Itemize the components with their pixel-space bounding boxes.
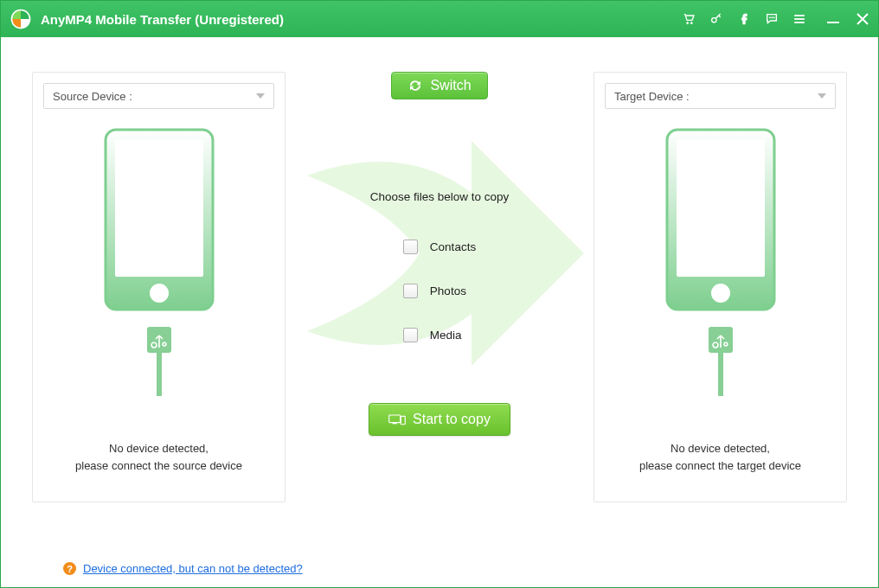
svg-rect-23 xyxy=(718,353,723,396)
svg-rect-18 xyxy=(401,416,405,424)
svg-rect-10 xyxy=(827,22,839,23)
photos-checkbox[interactable]: Photos xyxy=(403,284,476,298)
source-device-select[interactable]: Source Device : xyxy=(43,83,274,109)
phone-icon xyxy=(664,128,778,311)
svg-rect-15 xyxy=(157,353,162,396)
svg-rect-16 xyxy=(389,415,401,423)
checkbox-label: Media xyxy=(430,329,462,342)
minimize-button[interactable] xyxy=(826,12,840,26)
help-icon: ? xyxy=(63,562,76,575)
app-window: AnyMP4 Mobile Transfer (Unregistered) xyxy=(0,0,879,588)
phone-icon xyxy=(102,128,216,311)
svg-point-2 xyxy=(690,22,692,24)
app-logo-icon xyxy=(10,8,32,30)
target-device-select[interactable]: Target Device : xyxy=(605,83,836,109)
target-status-message: No device detected, please connect the t… xyxy=(639,440,801,491)
window-title: AnyMP4 Mobile Transfer (Unregistered) xyxy=(41,12,284,27)
source-device-panel: Source Device : xyxy=(32,72,286,502)
chevron-down-icon xyxy=(818,93,826,99)
choose-files-label: Choose files below to copy xyxy=(370,190,510,203)
titlebar-icon-group xyxy=(681,11,807,27)
start-copy-label: Start to copy xyxy=(413,412,491,427)
middle-column: Switch Choose files below to copy Contac… xyxy=(314,72,565,436)
refresh-icon xyxy=(407,78,423,93)
svg-rect-12 xyxy=(115,140,203,277)
source-status-message: No device detected, please connect the s… xyxy=(75,440,242,491)
content-area: Source Device : xyxy=(1,37,878,587)
window-controls xyxy=(826,12,869,26)
source-phone-graphic xyxy=(102,128,216,311)
svg-point-5 xyxy=(772,17,773,18)
feedback-icon[interactable] xyxy=(764,11,780,27)
svg-point-6 xyxy=(773,17,774,18)
switch-button-label: Switch xyxy=(430,78,471,93)
svg-point-21 xyxy=(711,284,730,303)
status-line: No device detected, xyxy=(639,440,801,457)
checkbox-icon xyxy=(403,328,418,342)
svg-point-1 xyxy=(687,22,689,24)
key-icon[interactable] xyxy=(709,11,724,27)
svg-rect-7 xyxy=(795,15,805,16)
media-checkbox[interactable]: Media xyxy=(403,328,476,342)
checkbox-icon xyxy=(403,240,418,254)
svg-rect-8 xyxy=(795,18,805,19)
contacts-checkbox[interactable]: Contacts xyxy=(403,240,476,254)
usb-icon xyxy=(142,327,176,396)
devices-icon xyxy=(388,412,406,426)
close-button[interactable] xyxy=(856,12,869,26)
facebook-icon[interactable] xyxy=(736,11,752,27)
cart-icon[interactable] xyxy=(681,11,696,27)
chevron-down-icon xyxy=(256,93,265,99)
checkbox-icon xyxy=(403,284,418,298)
svg-point-4 xyxy=(769,17,770,18)
svg-rect-9 xyxy=(795,22,805,22)
checkbox-label: Photos xyxy=(430,284,466,297)
svg-rect-17 xyxy=(393,423,396,424)
titlebar: AnyMP4 Mobile Transfer (Unregistered) xyxy=(1,1,878,37)
menu-icon[interactable] xyxy=(792,11,807,27)
target-usb-graphic xyxy=(703,327,738,396)
switch-button[interactable]: Switch xyxy=(391,72,487,99)
target-phone-graphic xyxy=(664,128,778,311)
status-line: please connect the source device xyxy=(75,457,242,475)
svg-point-3 xyxy=(712,18,716,22)
checkbox-label: Contacts xyxy=(430,240,476,253)
svg-point-13 xyxy=(150,284,169,303)
help-link-row: ? Device connected, but can not be detec… xyxy=(63,562,303,575)
source-device-label: Source Device : xyxy=(53,90,132,103)
usb-icon xyxy=(703,327,738,396)
start-copy-button[interactable]: Start to copy xyxy=(369,403,510,436)
target-device-label: Target Device : xyxy=(614,90,690,103)
status-line: No device detected, xyxy=(75,440,242,457)
status-line: please connect the target device xyxy=(639,457,801,475)
svg-rect-20 xyxy=(677,140,765,277)
target-device-panel: Target Device : xyxy=(593,72,847,502)
source-usb-graphic xyxy=(142,327,176,396)
device-not-detected-link[interactable]: Device connected, but can not be detecte… xyxy=(83,562,303,575)
file-type-list: Contacts Photos Media xyxy=(403,240,476,342)
